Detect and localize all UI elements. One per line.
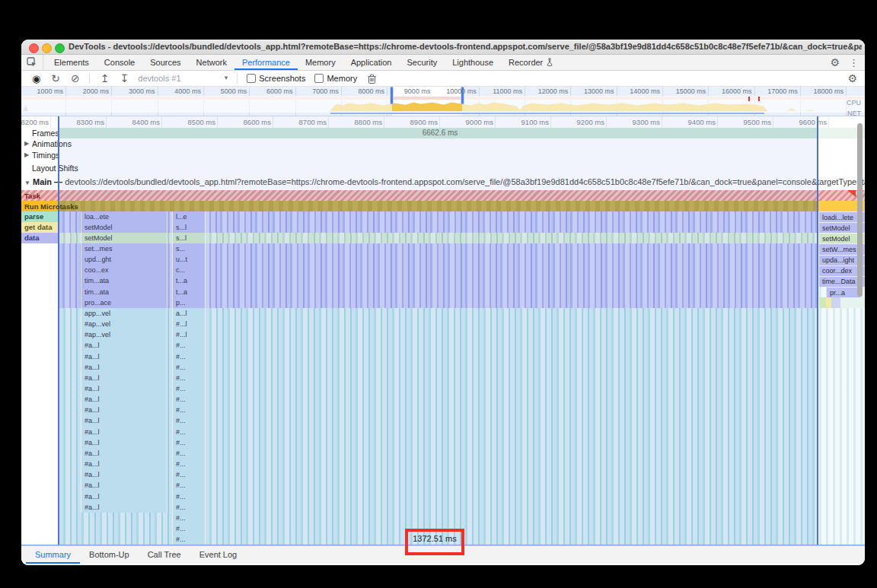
tab-console[interactable]: Console <box>97 55 142 70</box>
flame-entry[interactable]: c... <box>172 265 206 276</box>
flame-entry[interactable]: #... <box>172 535 206 545</box>
flame-entry[interactable]: tim...ata <box>81 287 167 297</box>
flame-entry[interactable]: #... <box>172 459 206 470</box>
clear-button[interactable]: ⊘ <box>71 73 80 84</box>
profile-select[interactable]: devtools #1 ▾ <box>138 74 228 83</box>
flame-row[interactable]: #a...l#... <box>21 459 865 470</box>
flame-entry[interactable]: #a...l <box>81 351 167 362</box>
flame-entry[interactable]: pr...a <box>827 287 860 297</box>
flame-row[interactable]: #a...l#... <box>21 491 865 502</box>
tab-network[interactable]: Network <box>189 55 234 70</box>
flame-row[interactable]: #a...l#... <box>21 405 865 416</box>
flame-entry[interactable]: #... <box>172 405 206 416</box>
flame-entry[interactable]: setModel <box>81 222 167 233</box>
flame-entry-label-pinned[interactable]: data <box>21 233 58 243</box>
trash-icon[interactable] <box>368 74 376 84</box>
flame-entry[interactable]: a...l <box>172 308 206 319</box>
flame-row-right[interactable] <box>819 384 865 395</box>
flame-entry[interactable]: t...a <box>172 287 206 297</box>
range-start-line[interactable] <box>58 116 59 545</box>
bottom-tab-event-log[interactable]: Event Log <box>190 546 247 564</box>
flame-row-right[interactable] <box>819 395 865 405</box>
run-microtasks-entry[interactable]: Run Microtasks <box>21 201 865 211</box>
flame-entry[interactable]: pro...ace <box>81 297 167 308</box>
flame-row[interactable]: #a...l#... <box>21 416 865 427</box>
flame-entry[interactable]: upd...ght <box>81 255 167 265</box>
memory-checkbox[interactable] <box>314 74 324 83</box>
flame-row-right[interactable] <box>819 341 865 351</box>
flame-entry[interactable]: p... <box>172 297 206 308</box>
flame-row[interactable]: #a...l#... <box>21 470 865 481</box>
flame-row[interactable]: datasetModels...lsetModel <box>21 233 865 243</box>
flame-row-right[interactable] <box>819 448 865 459</box>
flame-entry[interactable]: l...e <box>172 211 206 222</box>
flame-row[interactable]: #ap...vel#...l <box>21 319 865 330</box>
flame-row[interactable]: tim...atat...atime...Data <box>21 276 865 287</box>
flame-row[interactable]: set...mess...setW...mes <box>21 243 865 254</box>
flame-row[interactable]: get datasetModels...lsetModel <box>21 222 865 233</box>
flame-entry[interactable]: t...a <box>172 276 206 287</box>
flame-entry[interactable]: coo...ex <box>81 265 167 276</box>
frames-track[interactable]: 6662.6 ms Frames <box>21 128 865 138</box>
flame-entry[interactable]: setModel <box>81 233 167 243</box>
flame-entry[interactable]: #ap...vel <box>81 319 167 330</box>
tab-memory[interactable]: Memory <box>298 55 343 70</box>
flame-entry[interactable]: s...l <box>172 222 206 233</box>
flame-entry[interactable]: #... <box>172 351 206 362</box>
flame-entry[interactable]: #... <box>172 502 206 513</box>
flame-entry[interactable]: #a...l <box>81 395 167 405</box>
capture-settings-gear-icon[interactable]: ⚙ <box>847 73 857 84</box>
flame-row[interactable]: #a...l#... <box>21 395 865 405</box>
timeline-overview[interactable]: 1000 ms2000 ms3000 ms4000 ms5000 ms6000 … <box>21 87 865 116</box>
flame-entry[interactable]: s... <box>172 243 206 254</box>
save-profile-icon[interactable]: ↧ <box>120 73 129 84</box>
flame-entry[interactable]: tim...ata <box>81 276 167 287</box>
flame-entry[interactable]: #a...l <box>81 491 167 502</box>
flame-row-right[interactable] <box>819 524 865 535</box>
flame-entry[interactable]: #a...l <box>81 448 167 459</box>
flame-row-right[interactable] <box>819 373 865 383</box>
screenshots-checkbox[interactable] <box>247 74 256 83</box>
flame-row[interactable]: #a...l#... <box>21 502 865 513</box>
flame-entry[interactable]: #... <box>172 362 206 373</box>
run-microtasks-bar[interactable] <box>21 201 818 211</box>
tab-recorder[interactable]: Recorder <box>501 55 561 70</box>
flame-entry-label-pinned[interactable]: parse <box>21 211 58 222</box>
flame-row[interactable]: #a...l#... <box>21 373 865 383</box>
flame-entry[interactable]: #a...l <box>81 362 167 373</box>
expand-arrow-icon[interactable]: ▶ <box>24 151 29 158</box>
flame-row-right[interactable] <box>819 481 865 491</box>
flame-entry[interactable]: #... <box>172 513 206 523</box>
bottom-tab-call-tree[interactable]: Call Tree <box>139 546 190 564</box>
flame-row-right[interactable] <box>819 416 865 427</box>
settings-gear-icon[interactable]: ⚙ <box>830 57 840 68</box>
maximize-window-button[interactable] <box>55 43 65 53</box>
flame-entry[interactable]: #a...l <box>81 341 167 351</box>
flame-entry[interactable]: #... <box>172 491 206 502</box>
reload-and-record-button[interactable]: ↻ <box>51 73 60 84</box>
flame-entry[interactable]: #... <box>172 341 206 351</box>
flame-row-right[interactable] <box>819 319 865 330</box>
tab-elements[interactable]: Elements <box>46 55 97 70</box>
task-entry[interactable]: Task <box>21 190 865 201</box>
flame-entry[interactable]: app...vel <box>81 308 167 319</box>
flame-row-right[interactable] <box>819 330 865 341</box>
flame-entry[interactable]: #... <box>172 427 206 437</box>
flame-row-right[interactable] <box>819 459 865 470</box>
flame-row[interactable]: #... <box>21 513 865 523</box>
flame-entry[interactable]: #... <box>172 524 206 535</box>
flame-entry[interactable]: #...l <box>172 319 206 330</box>
selection-left-handle[interactable] <box>390 87 394 104</box>
flame-chart[interactable]: 8200 ms8300 ms8400 ms8500 ms8600 ms8700 … <box>21 116 865 545</box>
flame-row[interactable]: #a...l#... <box>21 481 865 491</box>
flame-entry[interactable]: #... <box>172 395 206 405</box>
flame-row[interactable]: #a...l#... <box>21 362 865 373</box>
tab-application[interactable]: Application <box>343 55 400 70</box>
memory-label[interactable]: Memory <box>327 74 357 83</box>
tab-sources[interactable]: Sources <box>142 55 188 70</box>
flame-row[interactable]: #a...l#... <box>21 427 865 437</box>
record-button[interactable]: ◉ <box>32 74 40 84</box>
flame-row[interactable]: #a...l#... <box>21 351 865 362</box>
flame-entry[interactable]: #a...l <box>81 427 167 437</box>
vertical-scrollbar[interactable] <box>857 123 863 297</box>
